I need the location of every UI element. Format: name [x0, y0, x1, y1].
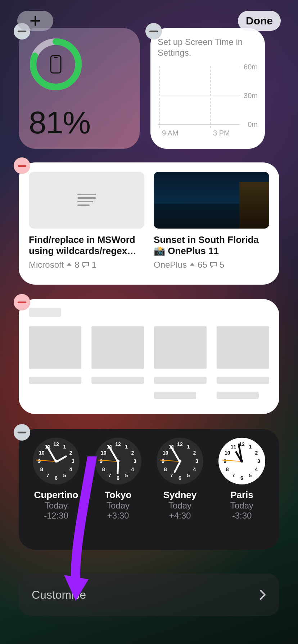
- placeholder-title: [29, 308, 61, 317]
- clock-day: Today: [107, 501, 130, 511]
- upvote-icon: [189, 262, 195, 268]
- world-clock-item: 121234567891011SydneyToday+4:30: [149, 438, 211, 546]
- world-clock-widget[interactable]: 121234567891011CupertinoToday-12:3012123…: [19, 429, 279, 550]
- world-clock-item: 121234567891011TokyoToday+3:30: [87, 438, 149, 546]
- screen-time-widget[interactable]: Set up Screen Time in Settings. 60m 30m …: [150, 28, 265, 149]
- world-clock-item: 121234567891011ParisToday-3:30: [211, 438, 273, 546]
- y-label-60m: 60m: [244, 63, 258, 71]
- loading-widget[interactable]: [19, 299, 279, 414]
- post-article-thumbnail: [29, 172, 144, 229]
- post-meta: OnePlus 65 5: [154, 260, 269, 270]
- clock-city: Paris: [230, 489, 253, 501]
- remove-world-clock-widget-button[interactable]: [14, 424, 30, 441]
- chevron-right-icon: [259, 589, 266, 601]
- remove-posts-widget-button[interactable]: [14, 157, 30, 174]
- post-title: Sunset in South Florida 📸 OnePlus 11: [154, 234, 269, 256]
- clock-face: 121234567891011: [218, 438, 265, 484]
- post-photo-thumbnail: [154, 172, 269, 229]
- clock-city: Sydney: [163, 489, 197, 501]
- comment-icon: [209, 261, 217, 269]
- post-title: Find/replace in MSWord using wildcards/r…: [29, 234, 144, 256]
- screen-time-chart: 60m 30m 0m 9 AM 3 PM: [158, 64, 258, 137]
- add-widget-button[interactable]: [17, 11, 53, 31]
- post-comments: 5: [220, 260, 224, 270]
- customise-label: Customise: [32, 588, 86, 602]
- battery-percentage: 81%: [29, 104, 90, 141]
- clock-offset: -12:30: [44, 511, 68, 521]
- screen-time-message: Set up Screen Time in Settings.: [158, 37, 258, 58]
- done-button[interactable]: Done: [238, 11, 281, 31]
- clock-offset: +3:30: [107, 511, 129, 521]
- clock-day: Today: [168, 501, 191, 511]
- post-comments: 1: [92, 260, 96, 270]
- svg-rect-3: [54, 57, 58, 58]
- y-label-30m: 30m: [244, 92, 258, 100]
- phone-icon: [50, 55, 62, 74]
- clock-face: 121234567891011: [157, 438, 203, 484]
- x-label-9am: 9 AM: [162, 129, 179, 137]
- customise-button[interactable]: Customise: [19, 574, 279, 616]
- battery-ring: [29, 37, 83, 91]
- post-meta: Microsoft 8 1: [29, 260, 144, 270]
- post-community: Microsoft: [29, 260, 64, 270]
- y-label-0m: 0m: [248, 120, 258, 129]
- remove-placeholder-widget-button[interactable]: [14, 294, 30, 310]
- clock-face: 121234567891011: [33, 438, 80, 484]
- clock-offset: -3:30: [232, 511, 252, 521]
- clock-day: Today: [230, 501, 253, 511]
- post-upvotes: 8: [74, 260, 79, 270]
- comment-icon: [82, 261, 90, 269]
- battery-widget[interactable]: 81%: [19, 28, 140, 149]
- post-community: OnePlus: [154, 260, 187, 270]
- posts-widget[interactable]: Find/replace in MSWord using wildcards/r…: [19, 162, 279, 285]
- plus-icon: [30, 15, 41, 27]
- svg-rect-2: [51, 56, 61, 73]
- clock-day: Today: [45, 501, 68, 511]
- post-item[interactable]: Sunset in South Florida 📸 OnePlus 11OneP…: [154, 172, 269, 270]
- post-upvotes: 65: [198, 260, 207, 270]
- clock-city: Tokyo: [105, 489, 132, 501]
- upvote-icon: [66, 262, 72, 268]
- article-icon: [77, 193, 96, 207]
- clock-face: 121234567891011: [95, 438, 141, 484]
- clock-city: Cupertino: [34, 489, 78, 501]
- post-item[interactable]: Find/replace in MSWord using wildcards/r…: [29, 172, 144, 270]
- done-label: Done: [246, 15, 273, 27]
- x-label-3pm: 3 PM: [213, 129, 230, 137]
- clock-offset: +4:30: [169, 511, 191, 521]
- world-clock-item: 121234567891011CupertinoToday-12:30: [25, 438, 87, 546]
